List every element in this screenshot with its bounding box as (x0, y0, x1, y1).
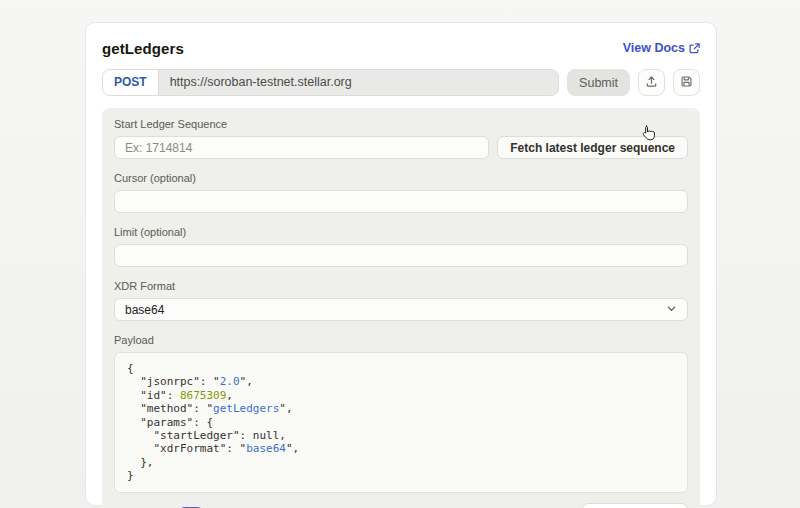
xdr-format-label: XDR Format (114, 280, 688, 292)
view-docs-label: View Docs (623, 41, 685, 55)
share-button[interactable] (638, 69, 665, 96)
url-input-group: POST https://soroban-testnet.stellar.org (102, 69, 559, 96)
limit-label: Limit (optional) (114, 226, 688, 238)
payload-label: Payload (114, 334, 688, 346)
fetch-latest-ledger-button[interactable]: Fetch latest ledger sequence (497, 136, 688, 159)
http-method-badge: POST (103, 70, 159, 95)
cursor-input[interactable] (114, 190, 688, 213)
endpoint-card: getLedgers View Docs POST https://soroba… (85, 22, 717, 506)
view-docs-link[interactable]: View Docs (623, 41, 700, 55)
payload-footer: Wrap Code Copy JSON (114, 503, 688, 508)
chevron-down-icon (666, 303, 677, 317)
copy-json-button[interactable]: Copy JSON (582, 503, 688, 508)
share-upload-icon (645, 75, 658, 91)
start-ledger-input[interactable] (114, 136, 489, 159)
field-xdr-format: XDR Format base64 (114, 280, 688, 321)
limit-input[interactable] (114, 244, 688, 267)
payload-code: { "jsonrpc": "2.0", "id": 8675309, "meth… (114, 352, 688, 493)
endpoint-url: https://soroban-testnet.stellar.org (159, 70, 558, 95)
parameters-section: Start Ledger Sequence Fetch latest ledge… (102, 108, 700, 508)
field-cursor: Cursor (optional) (114, 172, 688, 213)
field-limit: Limit (optional) (114, 226, 688, 267)
page-title: getLedgers (102, 40, 184, 57)
external-link-icon (689, 43, 700, 54)
save-button[interactable] (673, 69, 700, 96)
submit-button[interactable]: Submit (567, 69, 630, 96)
field-start-ledger: Start Ledger Sequence Fetch latest ledge… (114, 118, 688, 159)
field-payload: Payload { "jsonrpc": "2.0", "id": 867530… (114, 334, 688, 493)
xdr-format-value: base64 (125, 303, 164, 317)
request-bar: POST https://soroban-testnet.stellar.org… (102, 69, 700, 96)
xdr-format-select[interactable]: base64 (114, 298, 688, 321)
start-ledger-label: Start Ledger Sequence (114, 118, 688, 130)
save-icon (680, 75, 693, 91)
card-header: getLedgers View Docs (102, 38, 700, 58)
cursor-label: Cursor (optional) (114, 172, 688, 184)
